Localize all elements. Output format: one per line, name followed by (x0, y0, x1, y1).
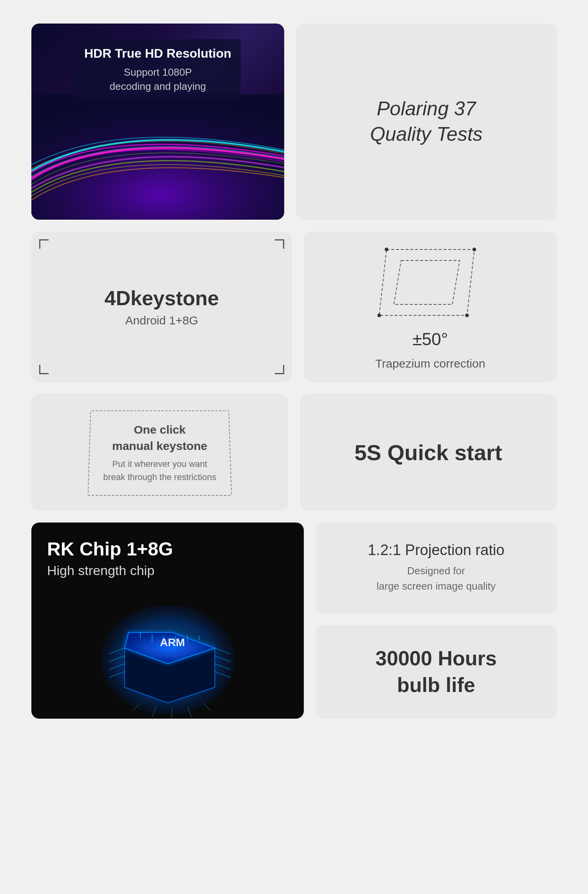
quick-start-text: 5S Quick start (354, 440, 502, 465)
polaring-text: Polaring 37Quality Tests (370, 96, 483, 147)
right-col: 1.2:1 Projection ratio Designed forlarge… (316, 523, 557, 719)
keystone-title: 4Dkeystone (105, 286, 219, 310)
trapezium-label: ±50° (412, 330, 448, 349)
svg-point-7 (465, 313, 468, 317)
corner-tl-decoration (39, 239, 49, 249)
projection-subtitle: Designed forlarge screen image quality (377, 563, 496, 594)
manual-keystone-title: One clickmanual keystone (104, 422, 216, 454)
rk-subtitle: High strength chip (47, 563, 154, 578)
bulb-life-cell: 30000 Hoursbulb life (316, 625, 557, 719)
keystone-subtitle: Android 1+8G (125, 314, 198, 327)
trapezium-cell: ±50° Trapezium correction (304, 231, 557, 382)
projection-title: 1.2:1 Projection ratio (368, 542, 505, 559)
svg-text:ARM: ARM (160, 636, 185, 648)
row-4: RK Chip 1+8G High strength chip (31, 523, 557, 719)
svg-point-4 (385, 248, 388, 251)
svg-point-5 (472, 248, 476, 251)
svg-marker-3 (394, 260, 459, 304)
row-3: One clickmanual keystone Put it wherever… (31, 394, 557, 511)
manual-keystone-subtitle: Put it wherever you wantbreak through th… (103, 457, 216, 484)
polaring-cell: Polaring 37Quality Tests (296, 24, 557, 220)
hdr-cell: HDR True HD Resolution Support 1080Pdeco… (31, 24, 284, 220)
trapezium-diagram (376, 243, 485, 322)
trapezium-sublabel: Trapezium correction (375, 357, 485, 370)
quick-start-cell: 5S Quick start (300, 394, 557, 511)
rk-chip-cell: RK Chip 1+8G High strength chip (31, 523, 304, 719)
hdr-text-block: HDR True HD Resolution Support 1080Pdeco… (75, 39, 241, 100)
corner-br-decoration (275, 365, 284, 374)
page-container: HDR True HD Resolution Support 1080Pdeco… (0, 0, 588, 894)
keystone-cell: 4Dkeystone Android 1+8G (31, 231, 292, 382)
rk-title: RK Chip 1+8G (47, 538, 173, 560)
row-2: 4Dkeystone Android 1+8G ±50° Trapezium c… (31, 231, 557, 382)
light-streaks (31, 94, 284, 220)
dashed-box: One clickmanual keystone Put it wherever… (88, 410, 232, 496)
bulb-life-text: 30000 Hoursbulb life (376, 645, 497, 698)
manual-keystone-cell: One clickmanual keystone Put it wherever… (31, 394, 288, 511)
hdr-title: HDR True HD Resolution (84, 46, 231, 62)
chip-visual: ARM (93, 577, 242, 719)
projection-cell: 1.2:1 Projection ratio Designed forlarge… (316, 523, 557, 613)
row-1: HDR True HD Resolution Support 1080Pdeco… (31, 24, 557, 220)
corner-bl-decoration (39, 365, 49, 374)
corner-tr-decoration (275, 239, 284, 249)
svg-marker-2 (379, 249, 474, 315)
svg-point-6 (377, 313, 381, 317)
hdr-subtitle: Support 1080Pdecoding and playing (84, 65, 231, 94)
